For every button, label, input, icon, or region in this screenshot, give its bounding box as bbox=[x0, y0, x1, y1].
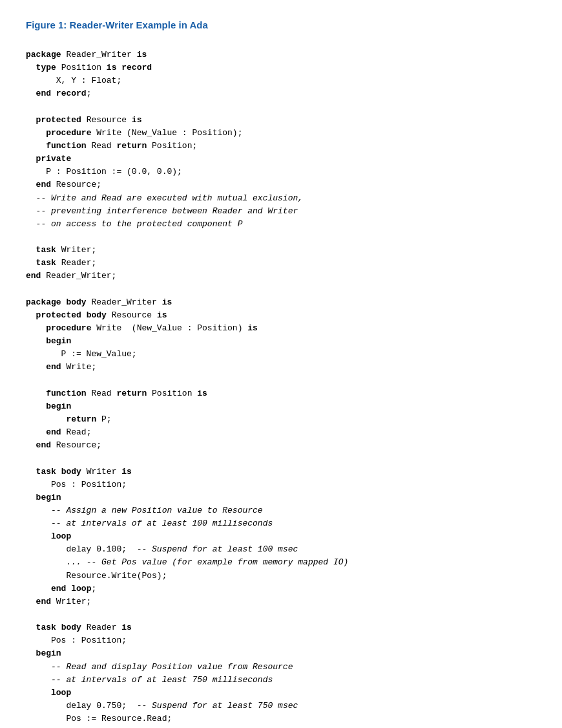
figure-title: Figure 1: Reader-Writer Example in Ada bbox=[26, 19, 536, 30]
code-block: package Reader_Writer is type Position i… bbox=[26, 48, 536, 728]
